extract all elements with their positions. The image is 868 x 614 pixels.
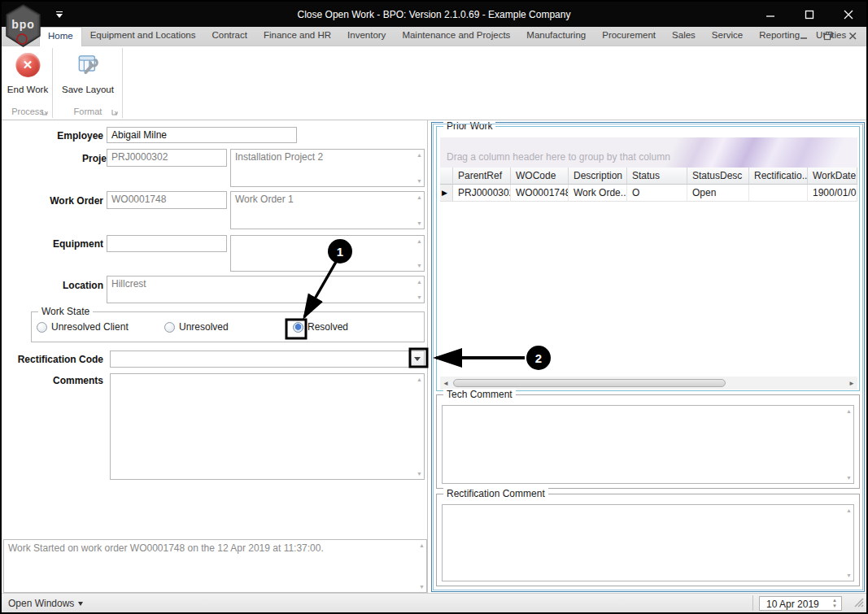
end-work-icon: ✕	[15, 53, 40, 77]
cell-statusdesc: Open	[687, 185, 749, 202]
work-order-label: Work Order	[2, 195, 103, 207]
scroll-down-icon[interactable]	[419, 584, 425, 590]
tab-procurement[interactable]: Procurement	[594, 27, 664, 46]
column-header-workdate[interactable]: WorkDate	[808, 168, 857, 185]
tab-contract[interactable]: Contract	[203, 27, 255, 46]
tech-comment-group: Tech Comment	[436, 394, 860, 489]
scroll-left-icon[interactable]: ◄	[440, 380, 451, 387]
comments-field[interactable]	[110, 373, 425, 480]
work-order-description-text: Work Order 1	[235, 194, 294, 205]
column-header-status[interactable]: Status	[627, 168, 687, 185]
mdi-minimize-button[interactable]	[796, 29, 811, 42]
comments-label: Comments	[2, 375, 103, 386]
open-windows-button[interactable]: Open Windows	[8, 598, 83, 609]
radio-resolved[interactable]: Resolved	[293, 321, 348, 333]
work-started-message-box: Work Started on work order WO0001748 on …	[3, 539, 427, 593]
radio-label: Unresolved Client	[51, 321, 129, 333]
radio-unresolved[interactable]: Unresolved	[164, 321, 229, 333]
rectification-comment-legend: Rectification Comment	[443, 488, 548, 499]
tech-comment-legend: Tech Comment	[443, 389, 516, 400]
project-code-field[interactable]: PRJ0000302	[107, 149, 227, 167]
date-field[interactable]: 10 Apr 2019 ▲▼	[759, 596, 842, 611]
tab-service[interactable]: Service	[704, 27, 751, 46]
scroll-up-icon[interactable]	[417, 279, 422, 285]
work-order-description-field[interactable]: Work Order 1	[230, 191, 425, 229]
tab-maintenance-and-projects[interactable]: Maintenance and Projects	[394, 27, 518, 46]
scroll-down-icon[interactable]	[417, 471, 422, 477]
employee-field[interactable]: Abigail Milne	[107, 127, 297, 143]
cell-parentref: PRJ0000302	[453, 185, 511, 202]
ribbon-group-format: Save Layout Format	[54, 48, 123, 118]
tab-home[interactable]: Home	[39, 27, 82, 46]
minimize-button[interactable]	[762, 7, 779, 23]
window-title: Close Open Work - BPO: Version 2.1.0.69 …	[2, 9, 866, 20]
column-header-parentref[interactable]: ParentRef	[453, 168, 511, 185]
radio-label: Unresolved	[179, 321, 229, 333]
process-dialog-launcher-icon[interactable]	[41, 108, 49, 115]
scroll-down-icon[interactable]	[846, 573, 852, 578]
scroll-up-icon[interactable]	[419, 542, 425, 548]
tab-equipment-and-locations[interactable]: Equipment and Locations	[82, 27, 204, 46]
work-order-code-field[interactable]: WO0001748	[107, 191, 227, 209]
save-layout-button[interactable]: Save Layout	[56, 51, 119, 94]
mdi-restore-button[interactable]	[821, 29, 835, 42]
row-marker-icon: ▶	[440, 185, 453, 202]
column-header-description[interactable]: Description	[569, 168, 627, 185]
mdi-close-button[interactable]	[845, 29, 860, 42]
scrollbar-thumb[interactable]	[453, 379, 726, 387]
table-row[interactable]: ▶ PRJ0000302 WO0001748 Work Orde... O Op…	[440, 185, 857, 202]
scroll-down-icon[interactable]	[417, 178, 422, 184]
radio-unresolved-client[interactable]: Unresolved Client	[37, 321, 129, 333]
cell-wocode: WO0001748	[511, 185, 569, 202]
resize-grip-icon[interactable]	[854, 598, 864, 610]
scroll-up-icon[interactable]	[846, 507, 852, 513]
tab-finance-and-hr[interactable]: Finance and HR	[255, 27, 339, 46]
maximize-button[interactable]	[801, 7, 818, 23]
close-button[interactable]	[840, 7, 857, 23]
column-header-rectification[interactable]: Rectificatio...	[749, 168, 808, 185]
title-bar: Close Open Work - BPO: Version 2.1.0.69 …	[2, 2, 866, 27]
spin-down-icon[interactable]: ▼	[832, 603, 837, 608]
tab-manufacturing[interactable]: Manufacturing	[518, 27, 594, 46]
scroll-down-icon[interactable]	[846, 475, 852, 481]
rectification-code-label: Rectification Code	[2, 354, 103, 365]
equipment-description-field[interactable]	[230, 235, 425, 272]
tab-inventory[interactable]: Inventory	[339, 27, 394, 46]
grid-indicator-header	[440, 168, 453, 185]
scroll-up-icon[interactable]	[417, 152, 422, 158]
scroll-down-icon[interactable]	[417, 294, 422, 300]
spin-up-icon[interactable]: ▲	[832, 598, 837, 603]
rectification-code-dropdown-button[interactable]	[410, 351, 424, 367]
prior-work-group: Prior Work Drag a column header here to …	[436, 126, 860, 391]
scroll-down-icon[interactable]	[417, 263, 422, 268]
column-header-statusdesc[interactable]: StatusDesc	[687, 168, 749, 185]
scroll-up-icon[interactable]	[417, 238, 422, 244]
location-label: Location	[2, 280, 103, 291]
project-description-field[interactable]: Installation Project 2	[230, 149, 425, 187]
ribbon: ✕ End Work Process Save Layout	[2, 46, 866, 120]
rectification-code-combo[interactable]	[110, 351, 425, 368]
radio-icon	[37, 322, 47, 333]
status-bar: Open Windows 10 Apr 2019 ▲▼	[2, 593, 866, 612]
equipment-code-field[interactable]	[107, 235, 227, 252]
scroll-up-icon[interactable]	[846, 408, 852, 414]
rectification-comment-field[interactable]	[442, 504, 854, 581]
date-spinner[interactable]: ▲▼	[830, 598, 840, 608]
scroll-up-icon[interactable]	[417, 194, 422, 200]
end-work-button[interactable]: ✕ End Work	[5, 51, 50, 94]
scroll-right-icon[interactable]: ►	[846, 380, 857, 387]
tab-sales[interactable]: Sales	[664, 27, 704, 46]
close-open-work-window: Close Open Work - BPO: Version 2.1.0.69 …	[0, 0, 868, 614]
end-work-label: End Work	[5, 85, 50, 94]
location-field[interactable]: Hillcrest	[107, 276, 425, 303]
format-dialog-launcher-icon[interactable]	[111, 108, 119, 115]
group-by-strip[interactable]: Drag a column header here to group by th…	[440, 137, 857, 168]
close-work-form: Employee Abigail Milne Proje PRJ0000302 …	[2, 120, 428, 594]
bpo-logo: bpo	[4, 4, 42, 47]
horizontal-scrollbar[interactable]: ◄ ►	[440, 377, 857, 390]
scroll-up-icon[interactable]	[417, 377, 422, 382]
column-header-wocode[interactable]: WOCode	[511, 168, 569, 185]
group-by-hint: Drag a column header here to group by th…	[447, 151, 670, 163]
scroll-down-icon[interactable]	[417, 220, 422, 226]
tech-comment-field[interactable]	[442, 405, 854, 484]
